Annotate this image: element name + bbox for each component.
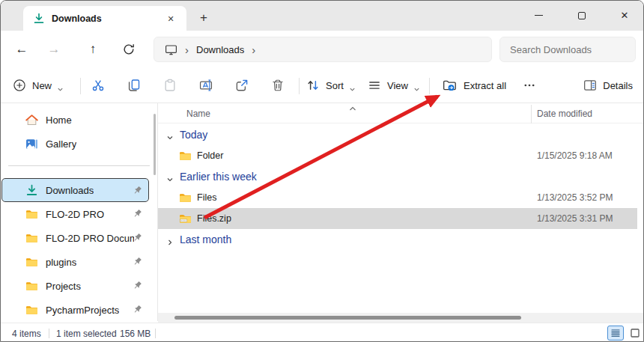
tab-title: Downloads <box>52 13 102 24</box>
download-icon <box>33 13 45 25</box>
tab-downloads[interactable]: Downloads ✕ <box>23 6 186 31</box>
this-pc-icon <box>165 43 177 56</box>
minimize-button[interactable] <box>521 1 556 30</box>
copy-button[interactable] <box>121 73 148 98</box>
delete-button[interactable] <box>264 73 291 98</box>
extract-all-button[interactable]: Extract all <box>443 73 506 98</box>
group-header-last-month[interactable]: Last month <box>158 229 643 250</box>
rename-icon <box>199 79 213 92</box>
chevron-down-icon[interactable] <box>166 173 174 180</box>
extract-all-icon <box>443 79 458 92</box>
chevron-down-icon[interactable] <box>166 131 174 138</box>
sidebar-item-label: FLO-2D PRO <box>46 209 104 220</box>
toolbar-separator <box>429 78 430 94</box>
file-row-folder[interactable]: Folder1/15/2025 9:18 AM <box>158 145 643 166</box>
breadcrumb-chevron-icon[interactable]: › <box>252 43 255 56</box>
plus-circle-icon <box>13 79 26 92</box>
column-divider[interactable] <box>531 105 532 123</box>
forward-button[interactable]: → <box>44 40 64 59</box>
sidebar-item-pycharmprojects[interactable]: PycharmProjects <box>2 298 148 322</box>
file-row-files[interactable]: Files1/13/2025 3:52 PM <box>158 187 643 208</box>
group-header-earlier-this-week[interactable]: Earlier this week <box>158 166 643 187</box>
horizontal-scrollbar[interactable] <box>158 313 643 323</box>
folder-icon <box>179 150 192 162</box>
status-separator <box>49 329 49 338</box>
sort-button[interactable]: Sort <box>306 73 356 98</box>
tab-strip: Downloads ✕ + ✕ <box>1 1 643 31</box>
download-icon <box>25 184 38 197</box>
chevron-down-icon <box>413 82 420 89</box>
sidebar-divider <box>8 165 150 166</box>
items-count: 4 items <box>12 329 41 339</box>
paste-icon <box>163 79 177 92</box>
rename-button[interactable] <box>192 73 219 98</box>
see-more-button[interactable] <box>517 73 541 98</box>
sidebar-item-home[interactable]: Home <box>2 108 148 132</box>
file-date-modified: 1/15/2025 9:18 AM <box>537 150 613 161</box>
copy-icon <box>127 79 141 92</box>
new-button[interactable]: New <box>13 73 64 98</box>
icons-view-toggle[interactable] <box>627 326 643 341</box>
share-icon <box>235 79 249 92</box>
sidebar-item-flo-2d-pro-document[interactable]: FLO-2D PRO Document <box>2 226 148 250</box>
sidebar-list: HomeGalleryDownloadsFLO-2D PROFLO-2D PRO… <box>1 108 157 322</box>
extract-all-button-label: Extract all <box>464 80 506 91</box>
file-row-files-zip[interactable]: Files.zip1/13/2025 3:31 PM <box>158 208 637 229</box>
sidebar-item-flo-2d-pro[interactable]: FLO-2D PRO <box>2 202 148 226</box>
sort-icon <box>306 79 320 92</box>
gallery-icon <box>25 138 38 150</box>
list-view-icon <box>610 328 621 338</box>
sidebar-item-downloads[interactable]: Downloads <box>2 179 148 201</box>
search-box[interactable] <box>499 37 636 62</box>
status-bar: 4 items 1 item selected 156 MB <box>1 323 643 342</box>
selection-count: 1 item selected <box>56 329 117 339</box>
group-label: Last month <box>180 233 231 245</box>
file-date-modified: 1/13/2025 3:31 PM <box>537 213 613 224</box>
file-date-modified: 1/13/2025 3:52 PM <box>537 192 613 203</box>
breadcrumb-location[interactable]: Downloads <box>196 44 244 55</box>
address-bar[interactable]: › Downloads › <box>154 37 492 62</box>
refresh-button[interactable] <box>119 40 139 59</box>
group-header-today[interactable]: Today <box>158 124 643 145</box>
chevron-right-icon[interactable] <box>166 236 174 243</box>
file-name: Folder <box>197 150 223 161</box>
up-button[interactable]: ↑ <box>83 40 103 59</box>
column-header-name[interactable]: Name <box>186 109 210 119</box>
file-name: Files.zip <box>197 213 231 224</box>
paste-button[interactable] <box>157 73 183 98</box>
folder-icon <box>25 256 38 269</box>
file-list-pane: Name Date modified TodayFolder1/15/2025 … <box>158 103 643 321</box>
share-button[interactable] <box>228 73 255 98</box>
cut-button[interactable] <box>85 73 112 98</box>
trash-icon <box>271 79 285 92</box>
sidebar-item-projects[interactable]: Projects <box>2 274 148 298</box>
sidebar-item-label: Gallery <box>46 138 76 150</box>
search-input[interactable] <box>510 44 642 55</box>
new-tab-button[interactable]: + <box>195 10 212 26</box>
close-icon: ✕ <box>621 10 629 21</box>
tab-close-icon[interactable]: ✕ <box>164 12 177 25</box>
sidebar-item-label: Home <box>46 114 72 126</box>
column-header-date-modified[interactable]: Date modified <box>537 109 592 119</box>
details-pane-icon <box>583 79 597 92</box>
pin-icon <box>132 256 143 267</box>
sidebar-item-label: PycharmProjects <box>46 305 119 316</box>
back-button[interactable]: ← <box>12 40 31 59</box>
sidebar-item-label: plugins <box>46 257 76 268</box>
close-button[interactable]: ✕ <box>607 1 642 30</box>
view-button-label: View <box>387 80 408 91</box>
horizontal-scrollbar-thumb[interactable] <box>174 316 521 320</box>
folder-icon <box>25 304 38 317</box>
sidebar-scrollbar[interactable] <box>154 114 156 175</box>
details-button-label: Details <box>603 80 633 91</box>
folder-icon <box>179 192 192 204</box>
sidebar-item-plugins[interactable]: plugins <box>2 250 148 274</box>
navigation-pane: HomeGalleryDownloadsFLO-2D PROFLO-2D PRO… <box>1 103 158 321</box>
details-view-toggle[interactable] <box>607 326 624 341</box>
column-header-row: Name Date modified <box>158 103 643 123</box>
maximize-button[interactable] <box>565 1 599 30</box>
sidebar-item-gallery[interactable]: Gallery <box>2 132 148 156</box>
command-bar: New Sort View Extract all Details <box>1 68 643 103</box>
details-button[interactable]: Details <box>583 73 633 98</box>
view-button[interactable]: View <box>368 73 420 98</box>
